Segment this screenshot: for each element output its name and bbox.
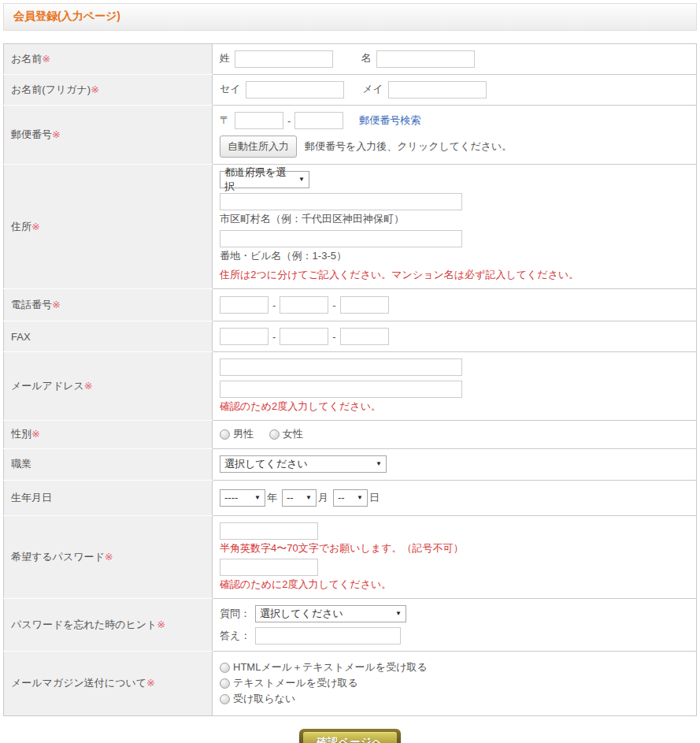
chevron-down-icon: ▼: [306, 495, 312, 501]
row-birthday: 生年月日 ----▼ 年 --▼ 月 --▼ 日: [4, 480, 697, 515]
hint-question-label: 質問：: [220, 607, 250, 621]
postal-separator: -: [287, 115, 291, 127]
email-input[interactable]: [220, 358, 462, 376]
kana-last-label: セイ: [220, 83, 241, 95]
kana-first-label: メイ: [362, 83, 383, 95]
gender-male-option[interactable]: 男性: [220, 427, 254, 441]
row-name: お名前※ 姓 名: [4, 44, 697, 75]
required-mark: ※: [42, 53, 50, 65]
first-name-input[interactable]: [376, 50, 475, 68]
day-unit: 日: [369, 491, 380, 505]
registration-form-table: お名前※ 姓 名 お名前(フリガナ)※ セイ メイ 郵便番号※ 〒 -: [3, 43, 697, 716]
chevron-down-icon: ▼: [376, 461, 382, 467]
street-input[interactable]: [220, 230, 462, 247]
label-password: 希望するパスワード※: [4, 515, 213, 598]
password-confirm-input[interactable]: [220, 559, 318, 576]
chevron-down-icon: ▼: [254, 495, 261, 501]
row-password-hint: パスワードを忘れた時のヒント※ 質問： 選択してください▼ 答え：: [4, 598, 697, 651]
magazine-option-html[interactable]: HTMLメール＋テキストメールを受け取る: [220, 660, 689, 674]
birth-year-select[interactable]: ----▼: [220, 489, 265, 507]
page-title: 会員登録(入力ページ): [3, 3, 697, 31]
gender-female-radio[interactable]: [269, 429, 280, 440]
street-caption: 番地・ビル名（例：1-3-5）: [220, 249, 689, 263]
birth-day-select[interactable]: --▼: [333, 489, 368, 507]
year-unit: 年: [267, 491, 277, 505]
row-fax: FAX --: [4, 321, 697, 352]
birth-month-select[interactable]: --▼: [282, 489, 317, 507]
kana-last-input[interactable]: [246, 81, 344, 98]
hint-answer-input[interactable]: [255, 627, 401, 645]
required-mark: ※: [31, 221, 40, 232]
confirm-page-button[interactable]: 確認ページへ: [299, 729, 401, 743]
label-address: 住所※: [4, 165, 213, 289]
required-mark: ※: [52, 128, 61, 140]
label-postal-code: 郵便番号※: [4, 106, 213, 165]
last-name-input[interactable]: [235, 50, 333, 68]
last-name-label: 姓: [220, 52, 230, 64]
magazine-option-text[interactable]: テキストメールを受け取る: [220, 676, 689, 690]
postal-search-link[interactable]: 郵便番号検索: [359, 113, 420, 128]
label-name: お名前※: [4, 44, 213, 75]
fax-part2-input[interactable]: [280, 328, 328, 345]
postal-code2-input[interactable]: [294, 112, 343, 129]
magazine-option-none[interactable]: 受け取らない: [220, 692, 689, 706]
row-gender: 性別※ 男性 女性: [4, 421, 697, 449]
row-kana: お名前(フリガナ)※ セイ メイ: [4, 75, 697, 106]
city-caption: 市区町村名（例：千代田区神田神保町）: [220, 212, 689, 226]
fax-part3-input[interactable]: [340, 328, 389, 345]
tel-separator: -: [272, 299, 276, 311]
page: 会員登録(入力ページ) お名前※ 姓 名 お名前(フリガナ)※ セイ メイ 郵便…: [0, 0, 700, 743]
month-unit: 月: [318, 491, 328, 505]
prefecture-select[interactable]: 都道府県を選択▼: [220, 171, 309, 188]
label-telephone: 電話番号※: [4, 289, 213, 321]
gender-male-radio[interactable]: [220, 429, 230, 440]
required-mark: ※: [84, 380, 93, 392]
address-warning: 住所は2つに分けてご記入ください。マンション名は必ず記入してください。: [220, 268, 689, 282]
email-note: 確認のため2度入力してください。: [220, 399, 689, 414]
required-mark: ※: [105, 551, 113, 563]
required-mark: ※: [52, 299, 61, 310]
required-mark: ※: [157, 619, 165, 630]
row-postal-code: 郵便番号※ 〒 - 郵便番号検索 自動住所入力 郵便番号を入力後、クリックしてく…: [4, 106, 697, 165]
fax-separator: -: [272, 331, 276, 343]
label-occupation: 職業: [4, 448, 213, 480]
magazine-text-radio[interactable]: [220, 678, 230, 689]
fax-part1-input[interactable]: [220, 328, 269, 345]
row-occupation: 職業 選択してください▼: [4, 448, 697, 480]
postal-note: 郵便番号を入力後、クリックしてください。: [305, 139, 512, 154]
tel-separator: -: [332, 299, 335, 311]
postal-prefix: 〒: [220, 113, 230, 128]
label-password-hint: パスワードを忘れた時のヒント※: [4, 598, 213, 651]
chevron-down-icon: ▼: [395, 611, 402, 617]
label-kana: お名前(フリガナ)※: [4, 75, 213, 106]
password-note: 半角英数字4〜70文字でお願いします。（記号不可）: [220, 541, 689, 555]
label-fax: FAX: [4, 321, 213, 352]
submit-area: 確認ページへ: [3, 729, 697, 743]
city-input[interactable]: [220, 193, 462, 210]
magazine-html-radio[interactable]: [220, 663, 230, 673]
password-input[interactable]: [220, 522, 318, 540]
gender-female-option[interactable]: 女性: [269, 427, 303, 441]
hint-question-select[interactable]: 選択してください▼: [255, 605, 406, 622]
row-telephone: 電話番号※ --: [4, 289, 697, 321]
tel-part3-input[interactable]: [340, 296, 389, 314]
row-mail-magazine: メールマガジン送付について※ HTMLメール＋テキストメールを受け取る テキスト…: [4, 651, 697, 715]
required-mark: ※: [91, 84, 99, 95]
tel-part2-input[interactable]: [280, 296, 328, 314]
label-birthday: 生年月日: [4, 480, 213, 515]
email-confirm-input[interactable]: [220, 381, 462, 398]
hint-answer-label: 答え：: [220, 629, 250, 643]
fax-separator: -: [332, 331, 335, 343]
magazine-none-radio[interactable]: [220, 694, 230, 704]
row-address: 住所※ 都道府県を選択▼ 市区町村名（例：千代田区神田神保町） 番地・ビル名（例…: [4, 165, 697, 289]
occupation-select[interactable]: 選択してください▼: [220, 455, 387, 473]
password-confirm-note: 確認のために2度入力してください。: [220, 578, 689, 592]
chevron-down-icon: ▼: [298, 176, 305, 183]
kana-first-input[interactable]: [388, 81, 487, 98]
required-mark: ※: [146, 677, 155, 689]
tel-part1-input[interactable]: [220, 296, 269, 314]
auto-address-button[interactable]: 自動住所入力: [220, 136, 297, 158]
required-mark: ※: [31, 428, 40, 440]
postal-code1-input[interactable]: [235, 112, 283, 129]
label-mail-magazine: メールマガジン送付について※: [4, 651, 213, 715]
